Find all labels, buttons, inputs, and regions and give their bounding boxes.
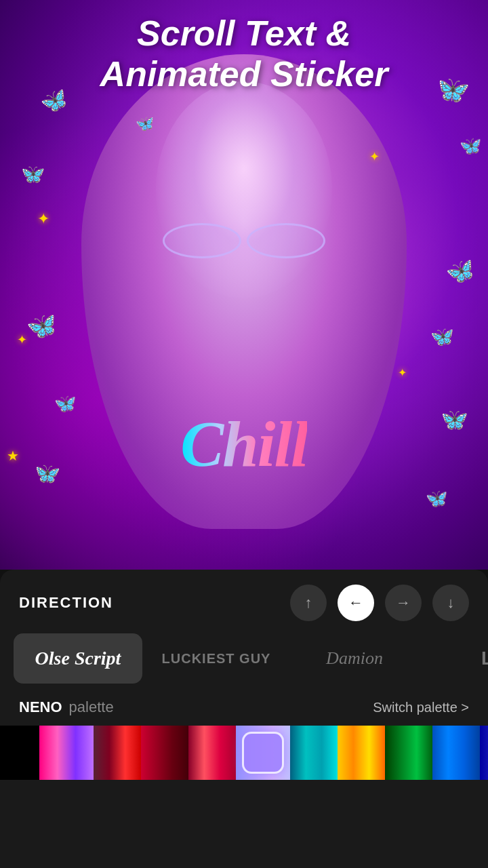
swatch-deep-blue[interactable]: [480, 726, 488, 780]
font-label-olse-script: Olse Script: [35, 648, 121, 669]
font-item-olse-script[interactable]: Olse Script: [14, 633, 142, 684]
butterfly-3: 🦋: [25, 309, 60, 342]
font-label-lo: Lo: [481, 648, 488, 669]
swatch-blue[interactable]: [432, 726, 480, 780]
color-strip-inner: [0, 726, 488, 780]
glasses-decoration: [149, 224, 339, 258]
image-canvas: 🦋 🦋 🦋 🦋 🦋 🦋 🦋 🦋 🦋 🦋 🦋 🦋 ✦ ✦ ★ ✦ ✦ Scroll…: [0, 0, 488, 570]
palette-name-neno: NENO: [19, 698, 62, 716]
star-4: ✦: [369, 149, 380, 164]
direction-label: DIRECTION: [19, 594, 290, 612]
swatch-pink-purple[interactable]: [39, 726, 94, 780]
butterfly-10: 🦋: [439, 405, 470, 435]
butterfly-7: 🦋: [460, 136, 481, 157]
selected-indicator: [242, 732, 284, 774]
swatch-red[interactable]: [94, 726, 141, 780]
font-item-lo[interactable]: Lo: [428, 633, 488, 684]
color-strip[interactable]: [0, 726, 488, 780]
switch-palette-button[interactable]: Switch palette >: [373, 700, 469, 715]
butterfly-12: 🦋: [135, 115, 155, 134]
star-2: ✦: [17, 332, 27, 347]
direction-down-button[interactable]: ↓: [432, 585, 469, 621]
swatch-black[interactable]: [0, 726, 39, 780]
star-5: ✦: [398, 366, 407, 379]
direction-up-button[interactable]: ↑: [290, 585, 327, 621]
swatch-dark-red[interactable]: [141, 726, 188, 780]
direction-left-button[interactable]: ←: [338, 585, 374, 621]
bottom-panel: DIRECTION ↑ ← → ↓ Olse Script LUCKIEST G…: [0, 570, 488, 868]
font-row: Olse Script LUCKIEST GUY Damion Lo: [0, 633, 488, 696]
swatch-crimson[interactable]: [188, 726, 236, 780]
direction-right-button[interactable]: →: [385, 585, 422, 621]
swatch-green[interactable]: [385, 726, 432, 780]
star-1: ✦: [37, 210, 49, 228]
face-highlight: [156, 81, 332, 298]
chill-overlay-text[interactable]: Chill: [180, 406, 307, 481]
butterfly-8: 🦋: [443, 254, 478, 288]
butterfly-4: 🦋: [54, 393, 76, 414]
swatch-teal[interactable]: [290, 726, 338, 780]
font-label-damion: Damion: [326, 648, 383, 669]
font-item-luckiest-guy[interactable]: LUCKIEST GUY: [152, 633, 281, 684]
palette-label-row: NENO palette Switch palette >: [0, 696, 488, 726]
star-3: ★: [7, 448, 19, 464]
swatch-lavender-selected[interactable]: [236, 726, 290, 780]
swatch-yellow-orange[interactable]: [338, 726, 385, 780]
palette-name-sub: palette: [69, 698, 114, 716]
font-label-luckiest-guy: LUCKIEST GUY: [162, 651, 271, 667]
header-line2: Animated Sticker: [0, 54, 488, 95]
direction-buttons: ↑ ← → ↓: [290, 585, 469, 621]
font-item-damion[interactable]: Damion: [290, 633, 419, 684]
header-text: Scroll Text & Animated Sticker: [0, 14, 488, 95]
butterfly-9: 🦋: [430, 326, 454, 348]
direction-row: DIRECTION ↑ ← → ↓: [0, 570, 488, 633]
butterfly-2: 🦋: [18, 161, 45, 187]
header-line1: Scroll Text &: [0, 14, 488, 54]
butterfly-11: 🦋: [426, 488, 447, 509]
butterfly-5: 🦋: [31, 458, 62, 488]
